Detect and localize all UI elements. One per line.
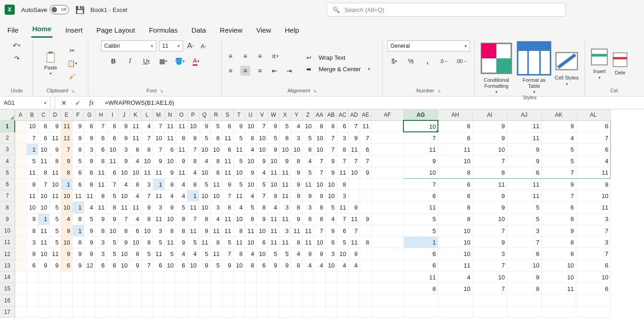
cell-AI15[interactable]: 7: [472, 283, 507, 295]
cell-N16[interactable]: [164, 295, 176, 306]
cell-AF10[interactable]: [371, 225, 403, 236]
cell-AH12[interactable]: 10: [438, 248, 472, 260]
cell-K3[interactable]: 6: [130, 144, 141, 155]
comma-icon[interactable]: ,: [422, 56, 432, 66]
cell-I3[interactable]: 10: [107, 144, 118, 155]
cell-W4[interactable]: 10: [268, 155, 279, 167]
cell-Q14[interactable]: [199, 271, 210, 283]
cell-AL15[interactable]: 6: [576, 283, 610, 295]
redo-icon[interactable]: ↷: [12, 53, 22, 63]
cell-C11[interactable]: 11: [38, 237, 49, 248]
cell-AB16[interactable]: [325, 295, 337, 306]
cell-AF6[interactable]: [371, 178, 403, 190]
cell-AD11[interactable]: 11: [348, 237, 360, 248]
col-header-U[interactable]: U: [245, 109, 256, 120]
cell-AJ1[interactable]: 11: [507, 120, 541, 132]
cell-AI14[interactable]: 10: [472, 271, 507, 283]
borders-icon[interactable]: ▦▾: [158, 56, 168, 66]
cell-AI6[interactable]: 11: [472, 178, 507, 190]
cell-D11[interactable]: 5: [49, 237, 61, 248]
cell-AG17[interactable]: [403, 306, 438, 318]
cell-T1[interactable]: 9: [233, 120, 245, 132]
cell-AL3[interactable]: 6: [576, 144, 610, 155]
cell-H10[interactable]: 8: [95, 225, 107, 236]
cell-P15[interactable]: [187, 283, 199, 295]
cell-B6[interactable]: 8: [26, 178, 38, 190]
cell-A8[interactable]: [15, 202, 26, 213]
cell-J5[interactable]: 10: [118, 167, 130, 178]
cell-A14[interactable]: [15, 271, 26, 283]
cell-V6[interactable]: 5: [256, 178, 268, 190]
tab-home[interactable]: Home: [31, 22, 52, 38]
cell-F9[interactable]: 8: [72, 213, 84, 225]
cell-AJ17[interactable]: [507, 306, 541, 318]
cell-D4[interactable]: 8: [49, 155, 61, 167]
cell-X9[interactable]: 11: [279, 213, 291, 225]
cell-U6[interactable]: 10: [245, 178, 256, 190]
cell-AD15[interactable]: [348, 283, 360, 295]
fill-color-icon[interactable]: 🪣▾: [175, 56, 185, 66]
cell-O17[interactable]: [176, 306, 187, 318]
cell-AD3[interactable]: 11: [348, 144, 360, 155]
col-header-I[interactable]: I: [107, 109, 118, 120]
cell-Q2[interactable]: 5: [199, 132, 210, 143]
cell-M5[interactable]: 11: [153, 167, 164, 178]
cell-T13[interactable]: 10: [233, 260, 245, 271]
cell-AH9[interactable]: 8: [438, 213, 472, 225]
cell-K6[interactable]: 8: [130, 178, 141, 190]
cell-AA16[interactable]: [314, 295, 325, 306]
font-launcher-icon[interactable]: ↘: [160, 88, 163, 93]
cell-A13[interactable]: [15, 260, 26, 271]
cancel-formula-icon[interactable]: ✕: [59, 98, 69, 108]
cell-AK10[interactable]: 9: [541, 225, 576, 236]
cell-AJ5[interactable]: 6: [507, 167, 541, 178]
cell-K4[interactable]: 4: [130, 155, 141, 167]
cell-V16[interactable]: [256, 295, 268, 306]
cell-AD9[interactable]: 11: [348, 213, 360, 225]
cell-AB15[interactable]: [325, 283, 337, 295]
cell-A3[interactable]: [15, 144, 26, 155]
cell-AF11[interactable]: [371, 237, 403, 248]
clipboard-launcher-icon[interactable]: ↘: [71, 88, 75, 93]
col-header-H[interactable]: H: [95, 109, 107, 120]
cell-AB14[interactable]: [325, 271, 337, 283]
cell-U12[interactable]: 4: [245, 248, 256, 260]
cell-AG5[interactable]: 10: [403, 167, 438, 178]
cell-T3[interactable]: 11: [233, 144, 245, 155]
cell-AE2[interactable]: 7: [360, 132, 371, 143]
cell-P8[interactable]: 11: [187, 202, 199, 213]
cell-V14[interactable]: [256, 271, 268, 283]
decrease-decimal-icon[interactable]: .00→: [455, 56, 467, 66]
align-middle-icon[interactable]: ≡: [240, 51, 250, 61]
cell-AF17[interactable]: [371, 306, 403, 318]
cell-AJ3[interactable]: 9: [507, 144, 541, 155]
cell-AD1[interactable]: 7: [348, 120, 360, 132]
cell-U16[interactable]: [245, 295, 256, 306]
cell-R3[interactable]: 10: [210, 144, 222, 155]
cell-AI5[interactable]: 8: [472, 167, 507, 178]
cell-M16[interactable]: [153, 295, 164, 306]
cell-AH11[interactable]: 10: [438, 237, 472, 248]
cell-AI13[interactable]: 7: [472, 260, 507, 271]
cell-M12[interactable]: 11: [153, 248, 164, 260]
cell-T5[interactable]: 10: [233, 167, 245, 178]
cell-L11[interactable]: 8: [141, 237, 153, 248]
format-painter-icon[interactable]: 🖌: [67, 71, 77, 81]
cell-Y2[interactable]: 3: [291, 132, 302, 143]
align-bottom-icon[interactable]: ≡: [255, 51, 265, 61]
cell-N4[interactable]: 10: [164, 155, 176, 167]
insert-cells-button[interactable]: Insert▾: [589, 46, 610, 80]
cell-M13[interactable]: 6: [153, 260, 164, 271]
col-header-D[interactable]: D: [49, 109, 61, 120]
cell-J14[interactable]: [118, 271, 130, 283]
cell-K7[interactable]: 4: [130, 190, 141, 202]
cell-AI9[interactable]: 10: [472, 213, 507, 225]
cell-AG16[interactable]: [403, 295, 438, 306]
cell-Y17[interactable]: [291, 306, 302, 318]
cell-S11[interactable]: 5: [222, 237, 233, 248]
cell-X5[interactable]: 11: [279, 167, 291, 178]
cell-Z12[interactable]: 9: [302, 248, 314, 260]
cell-E1[interactable]: 11: [61, 120, 72, 132]
cell-N7[interactable]: 4: [164, 190, 176, 202]
col-header-W[interactable]: W: [268, 109, 279, 120]
